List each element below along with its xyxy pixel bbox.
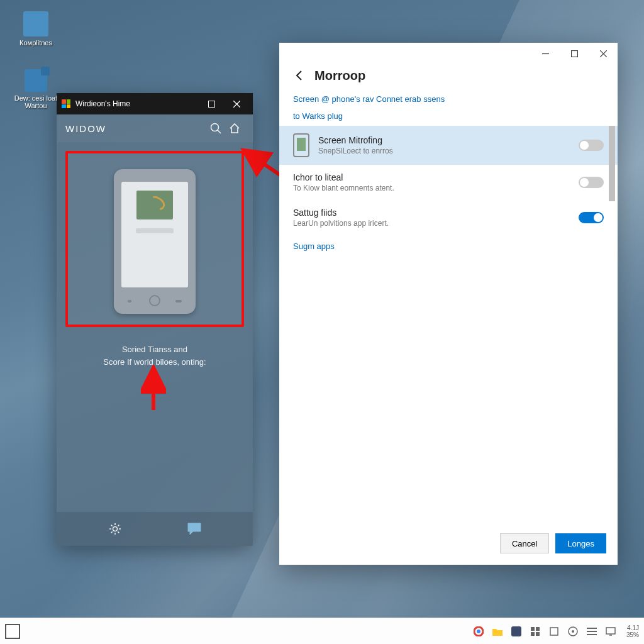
settings-body: Screen Mitrofing SnepSlLoect to enrros I… bbox=[279, 126, 618, 530]
svg-rect-0 bbox=[208, 101, 214, 107]
svg-rect-8 bbox=[536, 627, 540, 631]
gear-icon[interactable] bbox=[103, 516, 128, 541]
settings-footer: Cancel Longes bbox=[279, 530, 618, 565]
desktop-icon-1[interactable]: Комplitnes bbox=[11, 11, 60, 47]
minimize-button[interactable] bbox=[531, 43, 560, 64]
svg-rect-14 bbox=[606, 628, 615, 634]
clock-time: 4.1J bbox=[626, 625, 639, 631]
taskbar-clock[interactable]: 4.1J 35% bbox=[626, 625, 639, 638]
home-icon[interactable] bbox=[225, 119, 244, 138]
scrollbar-thumb[interactable] bbox=[609, 126, 615, 201]
settings-header: Morroop bbox=[279, 64, 618, 91]
setting-title: Sattug fiids bbox=[293, 208, 570, 218]
desktop-icon-label: Dew: cesi loaf Wartou bbox=[11, 94, 60, 109]
tray-monitor-icon[interactable] bbox=[605, 626, 616, 637]
desktop-icon-2[interactable]: Dew: cesi loaf Wartou bbox=[11, 69, 60, 109]
settings-title: Morroop bbox=[314, 69, 365, 83]
settings-section-label: to Warks plug bbox=[279, 105, 618, 126]
phone-window-title: Wirdieon's Hime bbox=[75, 99, 130, 108]
maximize-button[interactable] bbox=[199, 93, 224, 114]
settings-titlebar[interactable] bbox=[279, 43, 618, 64]
svg-rect-9 bbox=[531, 632, 535, 636]
svg-point-5 bbox=[477, 630, 480, 633]
system-tray: 4.1J 35% bbox=[473, 625, 639, 638]
setting-row-screen-mirroring[interactable]: Screen Mitrofing SnepSlLoect to enrros bbox=[279, 126, 618, 165]
start-button[interactable] bbox=[5, 624, 20, 639]
setting-row-2[interactable]: Ichor to liteal To Kiow blant eomnents a… bbox=[279, 165, 618, 200]
toggle-2[interactable] bbox=[579, 177, 604, 188]
tray-info-icon[interactable] bbox=[567, 626, 579, 637]
phone-header-title: WIDOW bbox=[65, 123, 106, 134]
settings-window: Morroop Screen @ phone's rav Connet erab… bbox=[279, 43, 618, 565]
settings-subtitle: Screen @ phone's rav Connet erab ssens bbox=[279, 91, 618, 105]
phone-icon bbox=[293, 133, 309, 157]
phone-window-content: Soried Tianss and Score If world biloes,… bbox=[57, 142, 253, 368]
svg-point-1 bbox=[211, 124, 219, 131]
search-icon[interactable] bbox=[206, 119, 225, 138]
maximize-button[interactable] bbox=[560, 43, 589, 64]
back-button[interactable] bbox=[291, 67, 308, 84]
toggle-3[interactable] bbox=[579, 212, 604, 223]
svg-point-13 bbox=[572, 630, 574, 633]
setting-title: Screen Mitrofing bbox=[318, 135, 570, 145]
toggle-screen-mirroring[interactable] bbox=[579, 140, 604, 151]
tray-folder-icon[interactable] bbox=[492, 626, 503, 637]
folder-icon bbox=[23, 11, 48, 36]
subtext-line: Score If world biloes, onting: bbox=[77, 356, 233, 369]
cancel-button[interactable]: Cancel bbox=[500, 533, 549, 553]
taskbar: 4.1J 35% bbox=[0, 618, 644, 644]
chat-icon[interactable] bbox=[182, 516, 207, 541]
tray-chrome-icon[interactable] bbox=[473, 626, 484, 637]
setting-subtitle: LearUn polvitions app iricert. bbox=[293, 219, 570, 228]
svg-rect-6 bbox=[511, 626, 521, 636]
phone-preview-highlight[interactable] bbox=[65, 151, 244, 327]
clock-pct: 35% bbox=[626, 631, 639, 638]
setting-row-3[interactable]: Sattug fiids LearUn polvitions app irice… bbox=[279, 200, 618, 235]
desktop: Комplitnes Dew: cesi loaf Wartou Wirdieo… bbox=[0, 0, 644, 644]
ok-button[interactable]: Longes bbox=[555, 533, 606, 553]
tray-square-icon[interactable] bbox=[548, 626, 560, 637]
phone-companion-window: Wirdieon's Hime WIDOW bbox=[57, 93, 253, 546]
setting-subtitle: SnepSlLoect to enrros bbox=[318, 147, 570, 155]
svg-point-2 bbox=[113, 527, 118, 531]
close-button[interactable] bbox=[589, 43, 618, 64]
close-button[interactable] bbox=[224, 93, 249, 114]
subtext-line: Soried Tianss and bbox=[77, 343, 233, 356]
setting-subtitle: To Kiow blant eomnents atent. bbox=[293, 184, 570, 192]
svg-rect-10 bbox=[536, 632, 540, 636]
tray-grid-icon[interactable] bbox=[530, 626, 541, 637]
scrollbar[interactable] bbox=[609, 126, 615, 390]
phone-window-subtext: Soried Tianss and Score If world biloes,… bbox=[65, 343, 244, 368]
setting-title: Ichor to liteal bbox=[293, 172, 570, 182]
tray-list-icon[interactable] bbox=[586, 626, 597, 637]
svg-rect-11 bbox=[550, 628, 558, 635]
tray-app-icon[interactable] bbox=[511, 626, 522, 637]
phone-window-header: WIDOW bbox=[57, 114, 253, 142]
phone-window-titlebar[interactable]: Wirdieon's Hime bbox=[57, 93, 253, 114]
settings-link[interactable]: Sugm apps bbox=[279, 235, 618, 257]
svg-rect-7 bbox=[531, 627, 535, 631]
phone-window-bottombar bbox=[57, 512, 253, 546]
device-icon bbox=[25, 69, 47, 92]
phone-illustration bbox=[114, 169, 196, 314]
windows-logo-icon bbox=[62, 99, 70, 108]
svg-rect-3 bbox=[571, 50, 577, 57]
desktop-icon-label: Комplitnes bbox=[11, 39, 60, 47]
